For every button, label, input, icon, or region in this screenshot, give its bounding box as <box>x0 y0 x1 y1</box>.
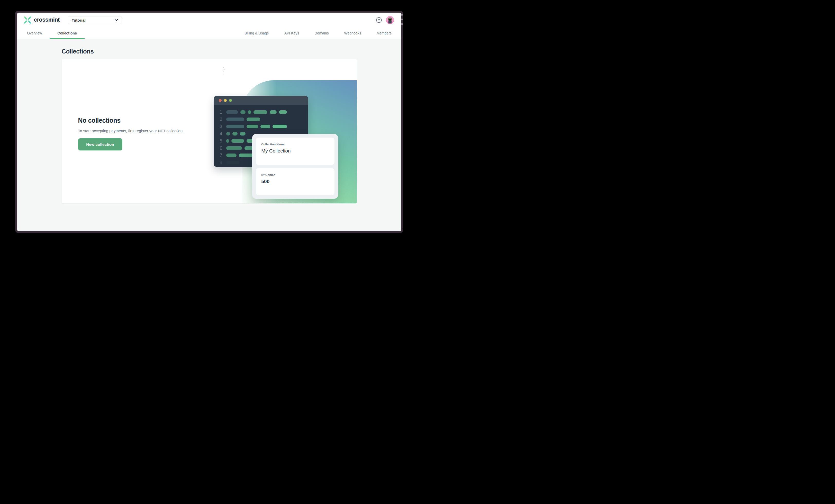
dust-specks-decoration <box>223 67 224 75</box>
new-collection-button[interactable]: New collection <box>78 138 122 150</box>
code-pill <box>231 139 244 143</box>
collection-name-label: Collection Name <box>262 143 329 146</box>
code-pill <box>226 110 238 114</box>
code-line-number: 2 <box>218 117 224 122</box>
code-pill <box>279 110 287 114</box>
help-icon[interactable]: ? <box>376 17 382 23</box>
code-pill <box>226 146 242 150</box>
cat-avatar-image <box>386 16 394 24</box>
tab-api-keys[interactable]: API Keys <box>277 27 307 39</box>
code-line-number: 5 <box>218 138 224 144</box>
code-pill <box>240 110 245 114</box>
code-pill <box>226 139 229 143</box>
code-pill <box>240 132 245 136</box>
code-line-number: 8 <box>218 160 224 165</box>
code-pill <box>260 125 270 128</box>
window-handle-dots[interactable] <box>401 14 403 25</box>
header-right-actions: ? <box>376 13 394 27</box>
code-pill <box>226 154 237 157</box>
copies-label: Nº Copies <box>262 173 329 176</box>
project-selector-value: Tutorial <box>72 18 86 22</box>
code-line-number: 4 <box>218 131 224 137</box>
app-header: crossmint Tutorial ? <box>17 13 401 27</box>
code-pill <box>226 132 230 136</box>
brand-name: crossmint <box>34 17 60 23</box>
code-line: 3 <box>213 123 308 130</box>
code-pill <box>253 110 267 114</box>
tab-domains[interactable]: Domains <box>307 27 336 39</box>
traffic-light-green <box>229 99 232 102</box>
page-title: Collections <box>62 39 357 55</box>
traffic-light-red <box>219 99 222 102</box>
code-pill <box>248 110 251 114</box>
tab-members[interactable]: Members <box>369 27 399 39</box>
tab-collections[interactable]: Collections <box>49 27 84 39</box>
copies-value: 500 <box>262 179 329 184</box>
user-avatar[interactable] <box>386 16 394 24</box>
collection-name-value: My Collection <box>262 148 329 154</box>
code-line-number: 1 <box>218 109 224 115</box>
code-line-number: 6 <box>218 145 224 151</box>
code-line-number: 3 <box>218 124 224 129</box>
code-pill <box>226 161 240 164</box>
empty-state-heading: No collections <box>78 117 184 124</box>
project-selector-dropdown[interactable]: Tutorial <box>68 16 122 24</box>
code-pill <box>239 154 254 157</box>
browser-window-frame: crossmint Tutorial ? <box>15 11 403 233</box>
chevron-down-icon <box>115 19 118 21</box>
code-pill <box>247 118 260 121</box>
traffic-light-yellow <box>224 99 227 102</box>
code-window-titlebar <box>213 96 308 105</box>
code-pill <box>247 125 258 128</box>
code-pill <box>226 118 244 121</box>
crossmint-logo-icon <box>23 16 32 24</box>
collection-form-preview: Collection Name My Collection Nº Copies … <box>252 134 338 199</box>
copies-field: Nº Copies 500 <box>256 168 334 196</box>
tab-billing-usage[interactable]: Billing & Usage <box>237 27 277 39</box>
tab-webhooks[interactable]: Webhooks <box>337 27 369 39</box>
empty-state: No collections To start accepting paymen… <box>78 117 184 150</box>
crossmint-console-app: crossmint Tutorial ? <box>17 13 401 231</box>
code-pill <box>226 125 244 128</box>
empty-state-description: To start accepting payments, first regis… <box>78 128 184 133</box>
code-pill <box>270 110 277 114</box>
code-pill <box>232 132 238 136</box>
code-line: 1 <box>213 108 308 116</box>
main-nav: Overview Collections Billing & Usage API… <box>17 27 401 39</box>
code-line: 2 <box>213 116 308 123</box>
code-pill <box>272 125 287 128</box>
code-line-number: 7 <box>218 153 224 158</box>
collection-name-field: Collection Name My Collection <box>256 138 334 165</box>
page-content: Collections <box>17 39 401 231</box>
collections-empty-card: 12345678 Collection Name My Collection N… <box>62 59 357 203</box>
tab-overview[interactable]: Overview <box>19 27 49 39</box>
